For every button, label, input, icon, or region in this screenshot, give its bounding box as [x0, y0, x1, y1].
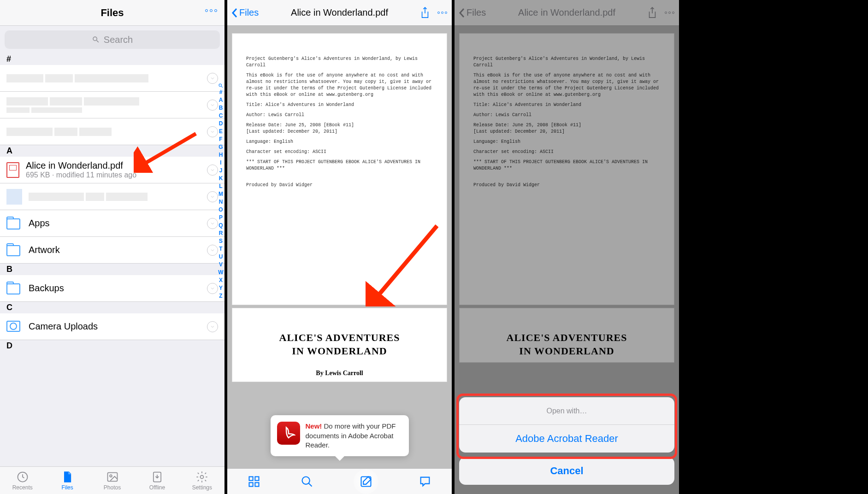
pdf-page-2[interactable]: ALICE'S ADVENTURESIN WONDERLAND By Lewis… — [232, 308, 447, 382]
file-item-alice[interactable]: Alice in Wonderland.pdf 695 KB · modifie… — [0, 157, 224, 183]
clock-icon — [16, 470, 29, 483]
section-c: C — [0, 302, 224, 313]
file-meta: 695 KB · modified 11 minutes ago — [26, 171, 203, 179]
sheet-adobe-reader[interactable]: Adobe Acrobat Reader — [459, 425, 674, 453]
edit-button[interactable] — [354, 469, 378, 494]
folder-name: Artwork — [29, 245, 60, 255]
adobe-tooltip[interactable]: New! Do more with your PDF documents in … — [271, 415, 409, 456]
download-icon — [151, 470, 164, 483]
open-with-screen: Files Alice in Wonderland.pdf Project Gu… — [455, 0, 679, 494]
list-item[interactable] — [0, 65, 224, 92]
svg-rect-3 — [107, 472, 117, 481]
image-thumb-icon — [6, 189, 22, 205]
folder-camera-uploads[interactable]: Camera Uploads — [0, 313, 224, 340]
svg-rect-12 — [255, 482, 259, 486]
edit-icon — [360, 475, 372, 488]
tab-recents[interactable]: Recents — [0, 467, 45, 494]
files-list-screen: Files Search # A Alice in Wonderland.pdf… — [0, 0, 224, 494]
section-b: B — [0, 264, 224, 275]
list-item[interactable] — [0, 92, 224, 118]
comment-icon[interactable] — [419, 475, 431, 488]
camera-icon — [6, 319, 22, 335]
share-icon[interactable] — [420, 6, 430, 19]
chevron-down-icon[interactable] — [207, 321, 218, 332]
more-icon[interactable] — [437, 12, 447, 14]
search-icon — [92, 35, 100, 44]
folder-name: Backups — [29, 283, 64, 294]
adobe-icon — [277, 422, 300, 445]
tab-bar: Recents Files Photos Offline Settings — [0, 466, 224, 494]
section-a: A — [0, 145, 224, 157]
folder-apps[interactable]: Apps — [0, 210, 224, 237]
tab-settings[interactable]: Settings — [180, 467, 224, 494]
action-sheet: Open with… Adobe Acrobat Reader Cancel — [459, 397, 674, 489]
chevron-left-icon — [231, 7, 238, 18]
folder-backups[interactable]: Backups — [0, 275, 224, 302]
pdf-title: Alice in Wonderland.pdf — [291, 7, 388, 18]
section-hash: # — [0, 53, 224, 65]
header: Files — [0, 0, 224, 26]
page-title: Files — [100, 7, 124, 19]
folder-icon — [6, 242, 22, 258]
alpha-index[interactable]: #ABCDEFGHIJKLMNOPQRSTUVWXYZ — [218, 83, 224, 300]
search-input[interactable]: Search — [5, 30, 220, 49]
chevron-down-icon[interactable] — [207, 126, 218, 137]
svg-line-14 — [308, 483, 312, 486]
folder-name: Camera Uploads — [29, 321, 98, 332]
folder-artwork[interactable]: Artwork — [0, 237, 224, 264]
folder-icon — [6, 216, 22, 231]
chevron-down-icon[interactable] — [207, 245, 218, 256]
folder-name: Apps — [29, 218, 50, 229]
tab-offline[interactable]: Offline — [135, 467, 179, 494]
pdf-file-icon — [6, 162, 19, 178]
chevron-down-icon[interactable] — [207, 283, 218, 294]
svg-rect-10 — [255, 476, 259, 480]
sheet-cancel[interactable]: Cancel — [459, 457, 674, 485]
svg-point-4 — [110, 475, 112, 477]
svg-point-13 — [302, 476, 309, 484]
more-icon[interactable] — [205, 9, 217, 12]
file-name: Alice in Wonderland.pdf — [26, 160, 203, 171]
grid-icon[interactable] — [248, 475, 260, 488]
file-icon — [61, 470, 74, 483]
tooltip-text: New! Do more with your PDF documents in … — [306, 422, 402, 450]
photo-icon — [106, 470, 119, 483]
pdf-preview-screen: Files Alice in Wonderland.pdf Project Gu… — [227, 0, 452, 494]
svg-rect-11 — [249, 482, 253, 486]
chevron-down-icon[interactable] — [207, 73, 218, 84]
search-icon[interactable] — [301, 475, 313, 488]
chevron-down-icon[interactable] — [207, 100, 218, 111]
svg-point-6 — [201, 475, 204, 478]
chevron-down-icon[interactable] — [207, 218, 218, 229]
tab-files[interactable]: Files — [45, 467, 89, 494]
gear-icon — [195, 470, 208, 483]
sheet-title: Open with… — [459, 397, 674, 425]
back-button[interactable]: Files — [231, 7, 259, 18]
chevron-down-icon[interactable] — [207, 165, 218, 176]
section-d: D — [0, 340, 224, 352]
chevron-down-icon[interactable] — [207, 191, 218, 202]
search-icon — [218, 83, 224, 88]
folder-icon — [6, 281, 22, 296]
pdf-toolbar — [227, 468, 452, 494]
list-item[interactable] — [0, 183, 224, 210]
search-placeholder: Search — [104, 35, 133, 45]
pdf-header: Files Alice in Wonderland.pdf — [227, 0, 452, 26]
pdf-page-1[interactable]: Project Gutenberg's Alice's Adventures i… — [232, 33, 447, 305]
svg-rect-9 — [249, 476, 253, 480]
list-item[interactable] — [0, 118, 224, 145]
tab-photos[interactable]: Photos — [90, 467, 135, 494]
